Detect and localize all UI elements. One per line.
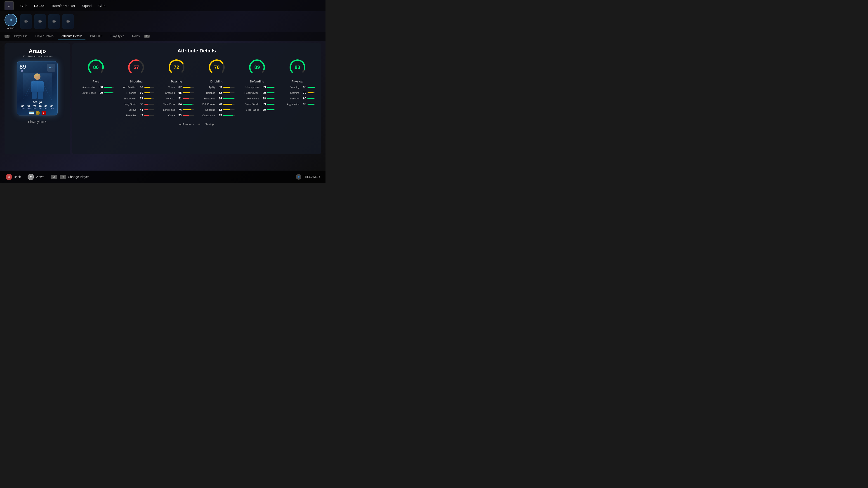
attr-value-curve: 53 — [176, 113, 182, 117]
tab-player-bio[interactable]: Player Bio — [11, 33, 31, 40]
player-cards-row: CB Araujo 80 89 89 89 — [0, 11, 326, 32]
attr-row-aggression: Aggression90 — [280, 102, 315, 106]
attr-bar-aggression — [307, 104, 315, 105]
attr-row-dribbling: Dribbling62 — [199, 108, 235, 111]
tab-attribute-details[interactable]: Attribute Details — [58, 33, 86, 40]
bottom-navigation: B Back ◀▶ Views LT RT Change Player 👤 TH… — [0, 170, 326, 183]
attr-bar-def.-aware — [267, 98, 274, 99]
change-player-nav-btn[interactable]: LT RT Change Player — [51, 175, 89, 179]
category-label-pace: Pace — [92, 80, 99, 83]
attr-name-heading-acc.: Heading Acc. — [239, 92, 259, 94]
other-player-cards: 80 89 89 89 — [20, 14, 74, 29]
attr-bar-ball-control — [223, 104, 232, 105]
attr-bar-dribbling — [223, 109, 230, 110]
nav-dot — [198, 124, 200, 125]
attr-bar-reactions — [223, 98, 234, 99]
tab-player-details[interactable]: Player Details — [32, 33, 57, 40]
attr-value-slide-tackle: 89 — [260, 108, 266, 111]
stat-pas-label: PAS — [33, 107, 37, 110]
back-nav-btn[interactable]: B Back — [6, 174, 21, 180]
attr-name-jumping: Jumping — [280, 86, 300, 89]
attr-row-interceptions: Interceptions89 — [239, 86, 275, 89]
player-card-selected[interactable]: CB Araujo — [4, 14, 17, 29]
attr-name-finishing: Finishing — [118, 92, 136, 94]
attr-row-reactions: Reactions94 — [199, 97, 235, 100]
attr-value-short-pass: 84 — [176, 102, 182, 106]
attr-name-stamina: Stamina — [280, 92, 300, 94]
attr-bar-container-dribbling — [223, 109, 235, 110]
tab-roles[interactable]: Roles — [129, 33, 143, 40]
nav-squad2[interactable]: Squad — [82, 4, 92, 8]
stat-dri-label: DRI — [38, 107, 42, 110]
next-label: Next — [205, 123, 211, 126]
gauge-pace: 86 — [87, 58, 105, 76]
attr-bar-long-pass — [183, 109, 191, 110]
attr-value-def.-aware: 88 — [260, 97, 266, 100]
attr-bar-interceptions — [267, 87, 274, 88]
attr-bar-container-ball-control — [223, 104, 235, 105]
player-avatar-name: Araujo — [7, 27, 14, 29]
attr-name-crossing: Crossing — [159, 92, 175, 94]
attr-row-long-shots: Long Shots38 — [118, 102, 154, 106]
attr-category-dribbling: 70DribblingAgility63Balance62Reactions94… — [199, 58, 235, 119]
attr-bar-finishing — [144, 92, 150, 93]
attr-bar-container-reactions — [223, 98, 235, 99]
attr-bar-acceleration — [104, 87, 112, 88]
tab-playstyles[interactable]: PlayStyles — [107, 33, 128, 40]
attr-row-short-pass: Short Pass84 — [159, 102, 194, 106]
category-label-defending: Defending — [250, 80, 265, 83]
fifa-card: 89 CB UCL — [17, 61, 58, 116]
attr-name-vision: Vision — [159, 86, 175, 89]
playstyles-label: PlayStyles: 6 — [28, 120, 46, 124]
card-player-name: Araujo — [33, 100, 42, 104]
attr-row-def.-aware: Def. Aware88 — [239, 97, 275, 100]
rt-button: RT — [60, 175, 66, 179]
attr-name-penalties: Penalties — [118, 114, 136, 117]
prev-label: Previous — [182, 123, 194, 126]
attr-value-balance: 62 — [216, 91, 222, 94]
attr-name-short-pass: Short Pass — [159, 103, 175, 105]
attr-category-physical: 88PhysicalJumping95Stamina79Strength90Ag… — [280, 58, 315, 119]
attr-bar-container-vision — [183, 87, 194, 88]
tab-profile[interactable]: PROFILE — [87, 33, 106, 40]
gauge-value-physical: 88 — [295, 64, 300, 70]
attr-value-stamina: 79 — [301, 91, 306, 94]
attr-row-vision: Vision67 — [159, 86, 194, 89]
attr-bar-container-acceleration — [104, 87, 114, 88]
prev-button[interactable]: ◀ Previous — [179, 123, 194, 126]
attr-bar-container-interceptions — [267, 87, 275, 88]
attr-category-shooting: 57ShootingAtt. Position60Finishing60Shot… — [118, 58, 154, 119]
attr-bar-container-finishing — [144, 92, 154, 93]
nav-transfer-market[interactable]: Transfer Market — [51, 4, 75, 8]
attr-bar-container-composure — [223, 115, 235, 116]
views-nav-btn[interactable]: ◀▶ Views — [28, 174, 44, 180]
attr-bar-container-long-pass — [183, 109, 194, 110]
attr-bar-container-long-shots — [144, 104, 154, 105]
nav-squad[interactable]: Squad — [34, 4, 44, 8]
card-rating: 89 — [20, 64, 26, 70]
gauge-value-defending: 89 — [254, 64, 260, 70]
attr-row-finishing: Finishing60 — [118, 91, 154, 94]
attr-value-vision: 67 — [176, 86, 182, 89]
attr-bar-vision — [183, 87, 191, 88]
attr-name-agility: Agility — [199, 86, 215, 89]
attr-name-stand-tackle: Stand Tackle — [239, 103, 259, 105]
card-stats-row: 86PAC 57SHO 72PAS 70DRI 89DEF 88PHY — [21, 105, 54, 110]
b-button: B — [6, 174, 12, 180]
gauge-value-shooting: 57 — [133, 64, 139, 70]
attr-bar-att.-position — [144, 87, 150, 88]
attr-row-strength: Strength90 — [280, 97, 315, 100]
attr-bar-heading-acc. — [267, 92, 274, 93]
attr-category-pace: 86PaceAcceleration80Sprint Speed90 — [78, 58, 114, 119]
nav-club2[interactable]: Club — [98, 4, 105, 8]
svg-line-1 — [37, 73, 52, 101]
tab-navigation: LB Player Bio Player Details Attribute D… — [0, 32, 326, 41]
rb-badge: RB — [144, 35, 150, 38]
attr-bar-container-heading-acc. — [267, 92, 275, 93]
gauge-dribbling: 70 — [208, 58, 226, 76]
attr-bar-container-penalties — [144, 115, 154, 116]
attr-bar-container-strength — [307, 98, 315, 99]
next-button[interactable]: Next ▶ — [205, 123, 214, 126]
nav-club[interactable]: Club — [20, 4, 27, 8]
category-label-dribbling: Dribbling — [211, 80, 223, 83]
